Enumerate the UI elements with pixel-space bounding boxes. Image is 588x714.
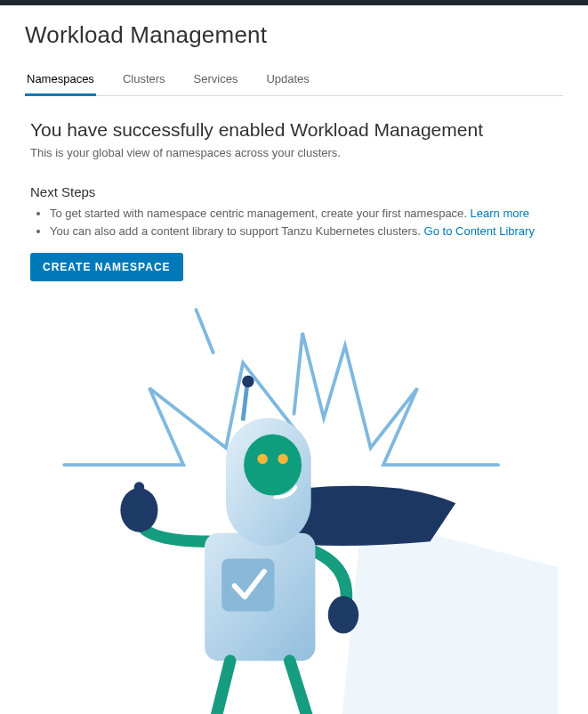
tab-services[interactable]: Services <box>192 65 240 96</box>
learn-more-link[interactable]: Learn more <box>471 207 529 220</box>
svg-point-6 <box>328 596 358 634</box>
content-area: You have successfully enabled Workload M… <box>25 96 563 714</box>
workload-management-page: Workload Management Namespaces Clusters … <box>0 5 588 714</box>
next-steps-list: To get started with namespace centric ma… <box>30 205 558 240</box>
svg-line-2 <box>243 385 247 421</box>
tab-bar: Namespaces Clusters Services Updates <box>25 65 563 96</box>
robot-illustration <box>30 276 558 714</box>
tab-updates[interactable]: Updates <box>264 65 310 96</box>
tab-clusters[interactable]: Clusters <box>121 65 167 96</box>
step-item: To get started with namespace centric ma… <box>50 205 558 223</box>
svg-point-3 <box>242 376 254 387</box>
svg-line-0 <box>197 310 213 353</box>
step-text: To get started with namespace centric ma… <box>50 207 467 220</box>
step-item: You can also add a content library to su… <box>50 223 558 240</box>
step-text: You can also add a content library to su… <box>50 224 421 238</box>
content-library-link[interactable]: Go to Content Library <box>424 224 535 238</box>
svg-marker-1 <box>341 516 558 714</box>
success-heading: You have successfully enabled Workload M… <box>30 119 558 141</box>
svg-rect-8 <box>222 559 274 612</box>
svg-line-9 <box>213 661 230 714</box>
svg-line-10 <box>290 661 311 714</box>
svg-rect-5 <box>134 483 144 503</box>
svg-point-13 <box>257 454 267 464</box>
robot-hero-icon <box>30 276 558 714</box>
subheading: This is your global view of namespaces a… <box>30 146 558 159</box>
svg-point-14 <box>278 454 287 464</box>
next-steps-title: Next Steps <box>30 184 558 199</box>
tab-namespaces[interactable]: Namespaces <box>25 65 96 96</box>
page-title: Workload Management <box>25 21 563 49</box>
svg-point-12 <box>244 434 302 496</box>
